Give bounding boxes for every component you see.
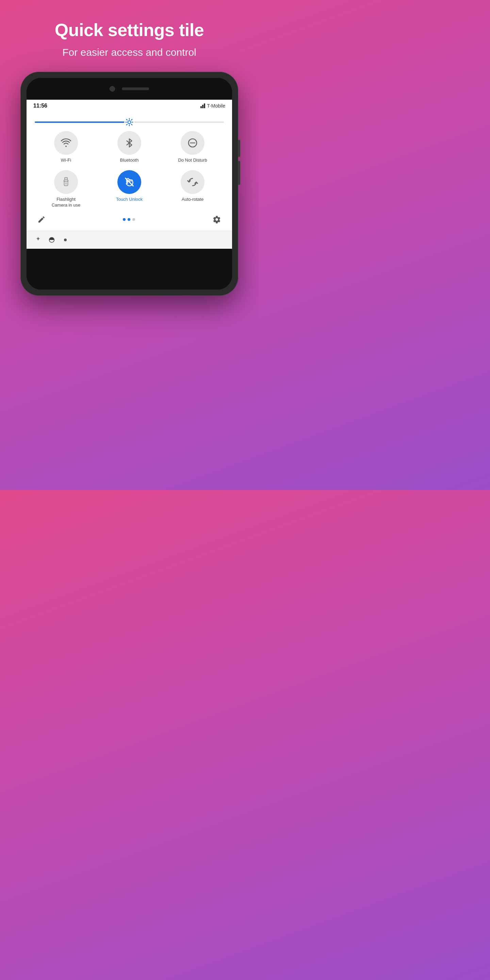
brightness-fill — [35, 121, 129, 123]
svg-point-3 — [128, 121, 131, 124]
phone-outer: 11:56 T-Mobile — [21, 72, 238, 296]
dot-3 — [132, 218, 135, 221]
tray-icon-dot[interactable] — [60, 235, 70, 245]
tile-flashlight[interactable]: Flashlight Camera in use — [36, 170, 96, 208]
quick-settings-panel: Wi-Fi Bluetooth — [27, 112, 232, 231]
tray-icon-halfcircle[interactable] — [47, 235, 56, 245]
status-carrier: T-Mobile — [200, 103, 225, 108]
bluetooth-icon-circle — [118, 131, 141, 155]
tile-dnd[interactable]: Do Not Disturb — [163, 131, 223, 163]
signal-icon — [200, 103, 205, 108]
svg-line-11 — [127, 124, 127, 125]
side-button-volume — [238, 161, 240, 185]
page-subtitle: For easier access and control — [21, 47, 238, 58]
header-section: Quick settings tile For easier access an… — [0, 0, 259, 72]
app-tray — [27, 231, 232, 249]
auto-rotate-icon-circle — [181, 170, 205, 194]
flashlight-icon-circle — [54, 170, 78, 194]
svg-point-18 — [37, 239, 39, 240]
svg-line-9 — [131, 124, 132, 125]
svg-marker-1 — [202, 105, 204, 108]
status-time: 11:56 — [33, 103, 47, 109]
side-button-power — [238, 140, 240, 157]
tray-icon-sparkle[interactable] — [33, 235, 43, 245]
carrier-name: T-Mobile — [207, 103, 225, 108]
brightness-thumb[interactable] — [124, 117, 134, 127]
page-dots — [123, 218, 135, 221]
phone-screen: 11:56 T-Mobile — [27, 78, 232, 290]
tiles-grid: Wi-Fi Bluetooth — [35, 131, 224, 208]
auto-rotate-label: Auto-rotate — [182, 197, 204, 202]
dot-1 — [123, 218, 126, 221]
dnd-label: Do Not Disturb — [178, 158, 207, 163]
wifi-label: Wi-Fi — [61, 158, 71, 163]
phone-top-bar — [27, 78, 232, 100]
brightness-track[interactable] — [35, 121, 224, 123]
qs-bottom-bar — [35, 212, 224, 225]
phone-bottom — [27, 249, 232, 290]
tile-wifi[interactable]: Wi-Fi — [36, 131, 96, 163]
bluetooth-label: Bluetooth — [120, 158, 139, 163]
edit-button[interactable] — [37, 215, 46, 224]
tile-auto-rotate[interactable]: Auto-rotate — [163, 170, 223, 208]
status-bar: 11:56 T-Mobile — [27, 100, 232, 112]
svg-point-20 — [64, 239, 67, 241]
dnd-icon-circle — [181, 131, 205, 155]
svg-marker-0 — [200, 106, 202, 108]
touch-unlock-label: Touch Unlock — [116, 197, 143, 202]
svg-marker-2 — [204, 103, 205, 108]
camera-dot — [110, 86, 115, 92]
wifi-icon-circle — [54, 131, 78, 155]
svg-line-8 — [127, 119, 127, 120]
speaker-bar — [122, 88, 149, 90]
phone-mockup: 11:56 T-Mobile — [21, 72, 238, 296]
page-title: Quick settings tile — [21, 21, 238, 40]
flashlight-label: Flashlight Camera in use — [52, 197, 81, 208]
side-buttons — [238, 140, 240, 185]
svg-line-10 — [131, 119, 132, 120]
brightness-row[interactable] — [35, 121, 224, 123]
settings-button[interactable] — [212, 215, 221, 224]
touch-unlock-icon-circle — [118, 170, 141, 194]
tile-bluetooth[interactable]: Bluetooth — [99, 131, 159, 163]
tile-touch-unlock[interactable]: Touch Unlock — [99, 170, 159, 208]
dot-2 — [127, 218, 130, 221]
